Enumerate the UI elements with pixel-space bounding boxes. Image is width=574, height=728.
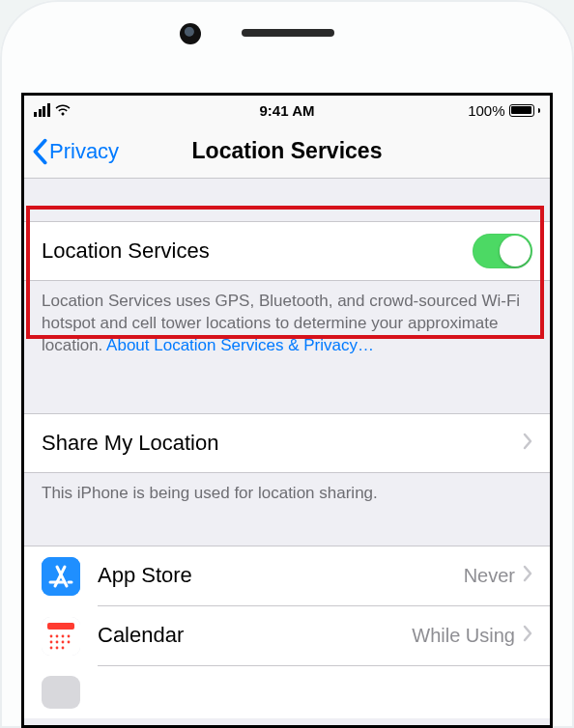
- app-list: App Store Never: [24, 546, 550, 718]
- svg-point-10: [68, 634, 71, 637]
- chevron-right-icon: [523, 565, 532, 586]
- about-link[interactable]: About Location Services & Privacy…: [106, 336, 374, 354]
- share-footer: This iPhone is being used for location s…: [24, 473, 550, 518]
- svg-point-16: [56, 646, 59, 649]
- calendar-icon: [42, 617, 80, 656]
- cellular-signal-icon: [34, 103, 50, 117]
- wifi-icon: [54, 103, 72, 117]
- app-status: Never: [464, 565, 515, 587]
- location-services-label: Location Services: [42, 238, 473, 264]
- svg-point-15: [50, 646, 53, 649]
- chevron-right-icon: [523, 431, 532, 456]
- svg-point-11: [50, 640, 53, 643]
- camera-dot: [180, 23, 201, 44]
- appstore-icon: [42, 557, 80, 596]
- svg-rect-6: [47, 623, 74, 630]
- share-my-location-label: Share My Location: [42, 431, 523, 456]
- status-bar: 9:41 AM 100%: [24, 96, 550, 125]
- app-row-calendar[interactable]: Calendar While Using: [24, 606, 550, 666]
- svg-point-17: [62, 646, 65, 649]
- svg-point-9: [62, 634, 65, 637]
- nav-bar: Privacy Location Services: [24, 125, 550, 179]
- app-name: App Store: [98, 563, 464, 588]
- back-label: Privacy: [49, 139, 119, 164]
- app-row-placeholder: [24, 666, 550, 718]
- placeholder-icon: [42, 676, 80, 709]
- speaker-slot: [242, 29, 334, 37]
- svg-point-13: [62, 640, 65, 643]
- screen: 9:41 AM 100% Privacy Location Services: [21, 93, 553, 728]
- location-services-description: Location Services uses GPS, Bluetooth, a…: [24, 281, 550, 371]
- chevron-left-icon: [32, 138, 47, 165]
- location-services-toggle[interactable]: [473, 234, 532, 268]
- app-status: While Using: [412, 625, 515, 647]
- battery-percent: 100%: [468, 102, 504, 119]
- battery-indicator: 100%: [468, 102, 540, 119]
- app-name: Calendar: [98, 623, 412, 648]
- back-button[interactable]: Privacy: [32, 138, 119, 165]
- location-services-row: Location Services: [24, 221, 550, 281]
- chevron-right-icon: [523, 625, 532, 646]
- device-frame: 9:41 AM 100% Privacy Location Services: [0, 0, 574, 728]
- svg-point-7: [50, 634, 53, 637]
- svg-point-8: [56, 634, 59, 637]
- svg-point-14: [68, 640, 71, 643]
- svg-point-12: [56, 640, 59, 643]
- share-my-location-row[interactable]: Share My Location: [24, 413, 550, 473]
- app-row-appstore[interactable]: App Store Never: [24, 546, 550, 606]
